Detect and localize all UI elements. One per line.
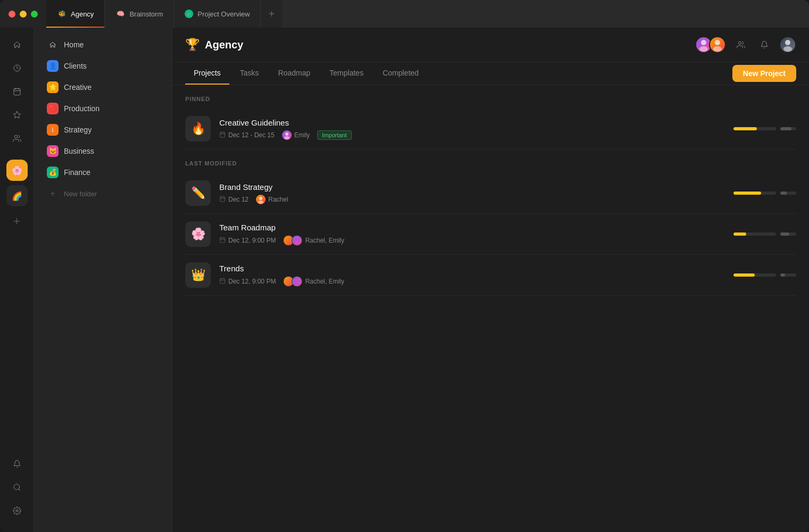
titlebar: 🐝 Agency 🧠 Brainstorm ✓ Project Overview… [0,0,809,28]
date-trends: Dec 12, 9:00 PM [228,278,276,285]
date-brand: Dec 12 [228,196,249,203]
tab-tasks[interactable]: Tasks [232,62,268,85]
svg-rect-20 [220,279,225,284]
assignee-avatar-rachel [256,195,266,204]
sidebar-icon-team[interactable] [6,128,28,149]
sidebar-icon-activity[interactable] [6,57,28,79]
projects-content: PINNED 🔥 Creative Guidelines Dec 12 - De… [172,85,809,532]
sidebar-item-production[interactable]: 🔴 Production [38,98,168,119]
meta-assignees-roadmap: Rachel, Emily [283,235,344,246]
calendar-icon-creative [219,131,226,139]
tab-list: Projects Tasks Roadmap Templates Complet… [185,62,427,85]
project-icon-brand-strategy: ✏️ [185,180,211,206]
sidebar-icon-home[interactable] [6,34,28,55]
tab-templates[interactable]: Templates [321,62,372,85]
assignee-name-emily: Emily [294,131,310,139]
project-card-creative-guidelines[interactable]: 🔥 Creative Guidelines Dec 12 - Dec 15 [185,109,796,149]
project-card-trends[interactable]: 👑 Trends Dec 12, 9:00 PM [185,255,796,296]
project-tab-label: Project Overview [197,10,250,18]
agency-tab-icon: 🐝 [57,9,67,19]
sidebar-item-business-label: Business [64,147,94,155]
app-2-icon: 🌈 [12,191,22,201]
progress-fill-creative [733,127,757,130]
meta-date-roadmap: Dec 12, 9:00 PM [219,237,276,244]
sidebar-item-creative-label: Creative [64,83,92,92]
svg-rect-19 [220,238,225,243]
project-card-team-roadmap[interactable]: 🌸 Team Roadmap Dec 12, 9:00 PM [185,214,796,255]
tab-projects[interactable]: Projects [185,62,229,85]
tab-project-overview[interactable]: ✓ Project Overview [174,0,261,28]
tab-completed[interactable]: Completed [374,62,427,85]
svg-point-10 [738,41,741,44]
sidebar-icon-search[interactable] [6,477,28,498]
progress-bar-brand [733,192,776,195]
meta-date-creative: Dec 12 - Dec 15 [219,131,275,139]
date-roadmap: Dec 12, 9:00 PM [228,237,276,244]
app-window: 🐝 Agency 🧠 Brainstorm ✓ Project Overview… [0,0,809,532]
project-icon-creative-guidelines: 🔥 [185,116,211,142]
content-header: 🏆 Agency [172,28,809,62]
strategy-nav-icon: ℹ [47,124,59,136]
content-title-icon: 🏆 [185,38,200,52]
close-dot[interactable] [9,11,15,18]
calendar-icon-trends [219,278,226,285]
project-icon-trends: 👑 [185,262,211,288]
progress-bar-trends-2 [780,273,796,277]
progress-bar-roadmap [733,232,776,236]
minimize-dot[interactable] [20,11,27,18]
tab-roadmap[interactable]: Roadmap [269,62,319,85]
sidebar-item-clients[interactable]: 👤 Clients [38,56,168,76]
sidebar-add-app[interactable]: + [6,211,28,232]
avatar-group-trends [283,276,302,287]
meta-assignee-brand: Rachel [256,195,288,204]
clients-nav-icon: 👤 [47,60,59,72]
new-folder-item[interactable]: + New folder [38,184,168,204]
add-tab-button[interactable]: + [261,0,282,28]
progress-fill-trends-2 [780,273,785,277]
svg-point-15 [284,136,290,139]
tab-agency[interactable]: 🐝 Agency [46,0,105,28]
project-info-brand-strategy: Brand Strategy Dec 12 [219,182,725,204]
sidebar-item-clients-label: Clients [64,62,87,70]
sidebar-item-creative[interactable]: ⭐ Creative [38,77,168,97]
svg-marker-2 [13,111,20,118]
header-people-icon[interactable] [732,36,749,53]
sidebar-item-strategy-label: Strategy [64,126,92,134]
svg-rect-13 [220,132,225,137]
sidebar-icon-bell[interactable] [6,453,28,475]
svg-point-12 [783,46,792,52]
project-info-creative-guidelines: Creative Guidelines Dec 12 - Dec 15 [219,118,725,140]
sidebar-item-finance[interactable]: 💰 Finance [38,162,168,182]
tag-important: Important [317,130,351,140]
sidebar-icon-calendar[interactable] [6,81,28,102]
finance-nav-icon: 💰 [47,167,59,178]
progress-fill-roadmap [733,232,746,236]
meta-date-trends: Dec 12, 9:00 PM [219,278,276,285]
header-actions [695,36,796,53]
header-user-avatar[interactable] [779,36,796,53]
sidebar-item-strategy[interactable]: ℹ Strategy [38,120,168,140]
maximize-dot[interactable] [31,11,38,18]
assignee-avatar-emily [282,130,292,140]
sidebar-app-2[interactable]: 🌈 [6,185,28,206]
project-meta-brand-strategy: Dec 12 Rachel [219,195,725,204]
sidebar-icon-favorites[interactable] [6,104,28,126]
main-layout: 🌸 🌈 + [0,28,809,532]
project-name-creative-guidelines: Creative Guidelines [219,118,725,127]
svg-point-7 [699,46,708,52]
progress-fill-brand [733,192,761,195]
progress-creative-guidelines [733,127,796,130]
sidebar-item-home[interactable]: Home [38,35,168,55]
sidebar-icon-settings[interactable] [6,500,28,521]
last-modified-label: LAST MODIFIED [185,160,796,167]
sidebar-app-1[interactable]: 🌸 [6,160,28,181]
project-card-brand-strategy[interactable]: ✏️ Brand Strategy Dec 12 [185,173,796,214]
project-icon-team-roadmap: 🌸 [185,221,211,247]
project-meta-creative-guidelines: Dec 12 - Dec 15 Emily Important [219,130,725,140]
sidebar-item-business[interactable]: 🐱 Business [38,141,168,161]
new-project-button[interactable]: New Project [732,65,796,82]
tab-brainstorm[interactable]: 🧠 Brainstorm [105,0,174,28]
progress-bar-trends [733,273,776,277]
header-bell-icon[interactable] [756,36,773,53]
assignee-brand: Rachel [268,196,288,203]
